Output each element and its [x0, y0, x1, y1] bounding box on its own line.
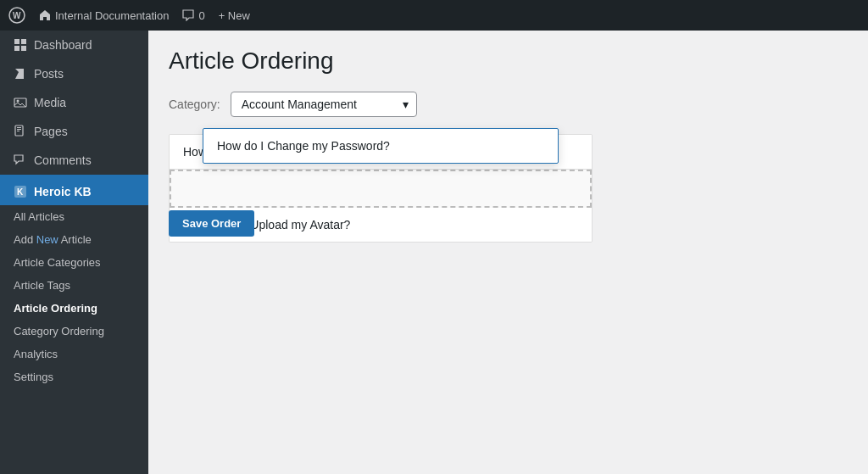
svg-rect-2 — [14, 39, 19, 44]
category-row: Category: Account Management Getting Sta… — [169, 92, 848, 117]
sidebar-sub-article-categories[interactable]: Article Categories — [0, 251, 148, 274]
sidebar-item-pages[interactable]: Pages — [0, 117, 148, 146]
sidebar-sub-add-new-article[interactable]: Add New Article — [0, 228, 148, 251]
sidebar-item-media[interactable]: Media — [0, 88, 148, 117]
category-ordering-label: Category Ordering — [14, 325, 104, 337]
svg-rect-4 — [14, 46, 19, 51]
svg-rect-10 — [17, 129, 21, 130]
site-name: Internal Documentation — [55, 9, 169, 22]
sidebar-item-dashboard[interactable]: Dashboard — [0, 31, 148, 59]
sidebar-item-posts[interactable]: Posts — [0, 59, 148, 88]
comments-count: 0 — [198, 9, 204, 22]
settings-label: Settings — [14, 371, 53, 383]
comment-icon — [182, 9, 194, 21]
svg-point-7 — [17, 100, 19, 103]
home-icon — [39, 9, 51, 21]
main-content: Article Ordering Category: Account Manag… — [148, 31, 868, 474]
sidebar-sub-analytics[interactable]: Analytics — [0, 343, 148, 365]
admin-bar-site[interactable]: Internal Documentation — [39, 9, 169, 22]
sidebar-media-label: Media — [34, 96, 66, 109]
sidebar-sub-category-ordering[interactable]: Category Ordering — [0, 320, 148, 343]
sidebar-item-comments[interactable]: Comments — [0, 146, 148, 175]
analytics-label: Analytics — [14, 348, 58, 360]
all-articles-label: All Articles — [14, 210, 64, 223]
admin-bar-new[interactable]: + New — [219, 9, 250, 22]
media-icon — [14, 96, 27, 109]
sidebar-sub-settings[interactable]: Settings — [0, 365, 148, 388]
sidebar-dashboard-label: Dashboard — [34, 38, 92, 52]
article-title: How Secure is my Password? — [183, 145, 341, 159]
article-drag-placeholder — [170, 170, 592, 208]
add-new-article-label: Add New Article — [14, 233, 92, 246]
svg-rect-9 — [17, 127, 21, 128]
sidebar-comments-label: Comments — [34, 153, 92, 167]
page-title: Article Ordering — [169, 47, 848, 75]
sidebar: Dashboard Posts Media Pages Comments K H… — [0, 31, 148, 474]
article-categories-label: Article Categories — [14, 256, 101, 269]
article-item[interactable]: How Secure is my Password? — [170, 135, 592, 170]
layout: Dashboard Posts Media Pages Comments K H… — [0, 31, 868, 474]
category-select-wrapper[interactable]: Account Management Getting Started Billi… — [231, 92, 417, 117]
new-label: + New — [219, 9, 250, 22]
svg-rect-5 — [21, 46, 26, 51]
admin-bar-comments[interactable]: 0 — [182, 9, 204, 22]
comments-icon — [14, 153, 27, 167]
add-highlight: New — [36, 233, 58, 246]
dashboard-icon — [14, 38, 27, 52]
sidebar-posts-label: Posts — [34, 67, 64, 81]
article-tags-label: Article Tags — [14, 279, 70, 292]
sidebar-sub-article-ordering[interactable]: Article Ordering — [0, 297, 148, 320]
svg-rect-3 — [21, 39, 26, 44]
category-label: Category: — [169, 98, 220, 111]
sidebar-sub-all-articles[interactable]: All Articles — [0, 205, 148, 228]
svg-text:K: K — [17, 187, 24, 197]
sidebar-sub-article-tags[interactable]: Article Tags — [0, 274, 148, 297]
wp-logo[interactable]: W — [8, 7, 25, 24]
pages-icon — [14, 125, 27, 138]
heroickb-label: Heroic KB — [34, 185, 92, 198]
sidebar-pages-label: Pages — [34, 125, 68, 138]
heroickb-icon: K — [14, 185, 27, 198]
wp-logo-icon: W — [8, 7, 25, 24]
svg-rect-11 — [17, 131, 19, 131]
posts-icon — [14, 67, 27, 81]
category-select[interactable]: Account Management Getting Started Billi… — [231, 92, 417, 117]
save-order-button[interactable]: Save Order — [169, 210, 254, 237]
article-ordering-label: Article Ordering — [14, 302, 97, 315]
admin-bar: W Internal Documentation 0 + New — [0, 0, 868, 31]
sidebar-heroickb-header[interactable]: K Heroic KB — [0, 175, 148, 205]
svg-text:W: W — [13, 11, 21, 20]
